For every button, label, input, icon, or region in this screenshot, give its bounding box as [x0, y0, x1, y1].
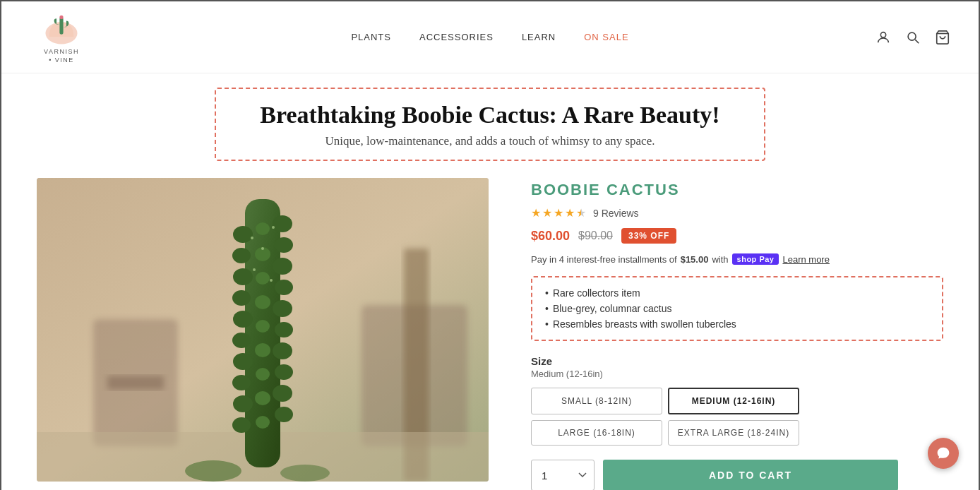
svg-point-48 — [185, 460, 241, 482]
svg-rect-1 — [59, 17, 63, 34]
chat-button[interactable] — [928, 438, 959, 469]
svg-point-30 — [273, 342, 292, 359]
star-half: ★ — [576, 206, 586, 220]
shop-pay-badge: shop Pay — [732, 253, 779, 265]
reviews-row: ★ ★ ★ ★ ★ 9 Reviews — [531, 206, 943, 220]
add-to-cart-button[interactable]: ADD TO CART — [603, 460, 898, 490]
feature-3: • Resembles breasts with swollen tubercl… — [545, 318, 929, 330]
svg-point-32 — [273, 385, 292, 402]
price-original: $90.00 — [578, 229, 613, 242]
nav-accessories[interactable]: ACCESSORIES — [419, 32, 494, 42]
nav-icons — [876, 30, 950, 45]
installment-row: Pay in 4 interest-free installments of $… — [531, 253, 943, 265]
logo-icon — [43, 10, 80, 47]
logo[interactable]: VARNISH • VINE — [30, 10, 93, 64]
installment-with: with — [712, 254, 728, 265]
search-icon[interactable] — [905, 30, 921, 45]
feature-1: • Rare collectors item — [545, 287, 929, 299]
price-row: $60.00 $90.00 33% OFF — [531, 228, 943, 244]
star-1: ★ — [531, 206, 541, 220]
svg-point-49 — [280, 465, 330, 482]
main-content: BOOBIE CACTUS ★ ★ ★ ★ ★ 9 Reviews $60.00… — [1, 178, 979, 490]
svg-point-47 — [270, 279, 273, 282]
svg-point-42 — [256, 416, 270, 429]
svg-point-29 — [275, 322, 293, 337]
learn-more-link[interactable]: Learn more — [782, 254, 829, 265]
svg-point-33 — [275, 407, 293, 422]
svg-point-4 — [908, 32, 916, 40]
svg-point-24 — [273, 215, 292, 232]
nav-links: PLANTS ACCESSORIES LEARN ON SALE — [351, 32, 628, 42]
chat-icon — [936, 446, 950, 460]
svg-point-15 — [232, 248, 251, 263]
svg-point-46 — [253, 268, 256, 271]
size-medium[interactable]: MEDIUM (12-16IN) — [668, 388, 799, 414]
nav-plants[interactable]: PLANTS — [351, 32, 391, 42]
svg-point-39 — [255, 343, 270, 357]
svg-point-36 — [256, 272, 270, 285]
svg-point-40 — [256, 368, 270, 381]
svg-point-25 — [275, 237, 293, 253]
svg-rect-9 — [107, 376, 164, 390]
svg-point-27 — [275, 280, 293, 295]
size-current: Medium (12-16in) — [531, 369, 943, 379]
cart-icon[interactable] — [935, 30, 950, 45]
cart-row: 1 2 3 4 5 ADD TO CART — [531, 460, 898, 490]
star-4: ★ — [565, 206, 575, 220]
svg-point-21 — [232, 375, 251, 390]
nav-on-sale[interactable]: ON SALE — [584, 32, 628, 42]
svg-point-44 — [272, 226, 275, 229]
svg-point-37 — [255, 295, 270, 309]
star-rating: ★ ★ ★ ★ ★ — [531, 206, 586, 220]
svg-point-20 — [233, 353, 253, 370]
svg-point-23 — [232, 417, 251, 433]
product-details: BOOBIE CACTUS ★ ★ ★ ★ ★ 9 Reviews $60.00… — [531, 178, 943, 490]
price-current: $60.00 — [531, 229, 570, 244]
svg-point-41 — [255, 391, 270, 405]
svg-point-16 — [233, 268, 253, 285]
svg-point-19 — [232, 333, 251, 348]
product-image-svg — [37, 178, 489, 482]
review-count[interactable]: 9 Reviews — [593, 208, 639, 219]
quantity-select[interactable]: 1 2 3 4 5 — [531, 460, 594, 490]
discount-badge: 33% OFF — [621, 228, 676, 244]
installment-amount: $15.00 — [681, 254, 709, 265]
svg-line-5 — [915, 40, 919, 43]
feature-2: • Blue-grey, columnar cactus — [545, 303, 929, 314]
hero-banner: Breathtaking Boobie Cactus: A Rare Beaut… — [215, 88, 765, 161]
svg-point-2 — [59, 16, 63, 19]
size-grid: SMALL (8-12IN) MEDIUM (12-16IN) LARGE (1… — [531, 388, 799, 446]
star-3: ★ — [554, 206, 563, 220]
product-name: BOOBIE CACTUS — [531, 181, 943, 199]
svg-point-26 — [273, 258, 292, 275]
nav-learn[interactable]: LEARN — [522, 32, 556, 42]
hero-title: Breathtaking Boobie Cactus: A Rare Beaut… — [236, 102, 744, 129]
hero-subtitle: Unique, low-maintenance, and adds a touc… — [236, 134, 744, 148]
installment-text: Pay in 4 interest-free installments of — [531, 254, 677, 265]
size-section: Size Medium (12-16in) SMALL (8-12IN) MED… — [531, 355, 943, 446]
svg-point-45 — [261, 247, 264, 250]
svg-point-18 — [233, 311, 253, 328]
svg-point-28 — [273, 300, 292, 317]
svg-point-3 — [880, 32, 885, 37]
svg-point-14 — [233, 226, 253, 243]
size-large[interactable]: LARGE (16-18IN) — [531, 420, 662, 446]
size-xlarge[interactable]: EXTRA LARGE (18-24IN) — [668, 420, 799, 446]
account-icon[interactable] — [876, 30, 891, 45]
size-small[interactable]: SMALL (8-12IN) — [531, 388, 662, 414]
svg-point-43 — [251, 237, 253, 239]
svg-point-17 — [232, 290, 251, 306]
svg-point-38 — [256, 320, 270, 333]
svg-point-31 — [275, 364, 293, 380]
svg-point-22 — [233, 395, 253, 412]
size-label: Size — [531, 355, 943, 367]
star-2: ★ — [542, 206, 552, 220]
svg-point-34 — [256, 222, 270, 235]
features-box: • Rare collectors item • Blue-grey, colu… — [531, 276, 943, 341]
navbar: VARNISH • VINE PLANTS ACCESSORIES LEARN … — [1, 1, 979, 73]
logo-text: VARNISH • VINE — [44, 48, 79, 64]
product-image — [37, 178, 489, 482]
